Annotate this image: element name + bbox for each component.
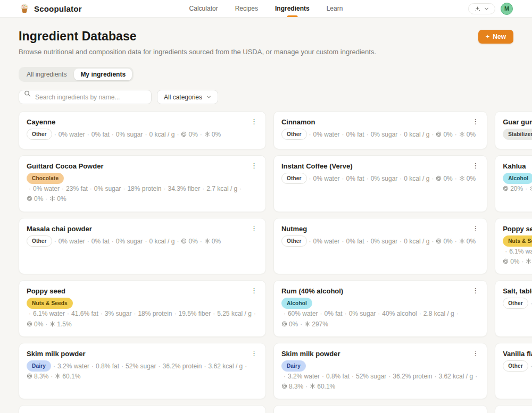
category-badge: Other — [281, 173, 307, 184]
ingredient-name: Rum (40% alcohol) — [281, 287, 479, 295]
ingredient-name: Masala chai powder — [27, 225, 258, 233]
category-badge: Stabilizer — [503, 129, 532, 140]
avatar[interactable]: M — [501, 3, 513, 15]
theme-icon — [475, 6, 480, 12]
ingredient-stats: Other·0.4% water·0% fat·0% sugar·0 kcal … — [503, 298, 532, 309]
brand[interactable]: Scoopulator — [19, 3, 82, 14]
category-badge: Other — [281, 235, 307, 247]
kebab-menu-icon[interactable]: ⋮ — [248, 117, 260, 126]
snowflake-fpd-icon — [304, 320, 310, 330]
ingredient-stats: Dairy·3.2% water·0.8% fat·52% sugar·36.2… — [281, 360, 479, 393]
ingredient-card[interactable]: Kahlua ⋮ Alcohol·40% water·0% fat·40% su… — [495, 155, 532, 212]
snowflake-fpd-icon — [459, 130, 465, 140]
ingredient-card[interactable]: Guittard Cocoa Powder ⋮ Chocolate·0% wat… — [19, 155, 266, 212]
sweetness-pod-icon — [436, 174, 442, 184]
ingredient-stats: Chocolate·0% water·23% fat·0% sugar·18% … — [27, 173, 258, 205]
ingredient-card[interactable]: Salt, table, iodized ⋮ Other·0.4% water·… — [495, 280, 532, 337]
sweetness-pod-icon — [436, 130, 442, 140]
kebab-menu-icon[interactable]: ⋮ — [248, 411, 260, 413]
ingredient-name: Nutmeg — [281, 225, 479, 233]
ingredient-card[interactable]: Vanilla flavor ⋮ Other·100% water·0% fat… — [19, 405, 266, 413]
sweetness-pod-icon — [503, 257, 509, 267]
snowflake-fpd-icon — [204, 130, 210, 140]
nav-item-recipes[interactable]: Recipes — [229, 0, 264, 17]
ingredient-stats: Nuts & Seeds·6.1% water·41.6% fat·3% sug… — [503, 235, 532, 268]
cupcake-logo-icon — [19, 3, 30, 14]
kebab-menu-icon[interactable]: ⋮ — [469, 286, 481, 295]
ingredient-card[interactable]: Skim milk powder ⋮ Dairy·3.2% water·0.8%… — [19, 343, 266, 400]
category-badge: Nuts & Seeds — [503, 235, 532, 247]
ingredient-card[interactable]: Skim milk powder ⋮ Dairy·3.2% water·0.8%… — [273, 343, 487, 400]
kebab-menu-icon[interactable]: ⋮ — [469, 411, 481, 413]
theme-toggle[interactable] — [468, 3, 495, 14]
snowflake-fpd-icon — [526, 257, 531, 267]
ingredient-stats: Stabilizer·0% water·0% fat·0% sugar·0 kc… — [503, 129, 532, 140]
ingredient-card[interactable]: Guar gum ⋮ Stabilizer·0% water·0% fat·0%… — [495, 111, 532, 149]
nav-item-learn[interactable]: Learn — [320, 0, 350, 17]
ingredient-card[interactable]: Instant Coffee (Verve) ⋮ Other·0% water·… — [273, 155, 487, 212]
chevron-down-icon — [206, 95, 211, 99]
kebab-menu-icon[interactable]: ⋮ — [469, 161, 481, 170]
ingredient-card[interactable]: Vanilla flavor ⋮ Other·100% water·0% fat… — [495, 343, 532, 400]
sweetness-pod-icon — [181, 237, 187, 247]
tab-my-ingredients[interactable]: My ingredients — [74, 69, 132, 80]
kebab-menu-icon[interactable]: ⋮ — [248, 286, 260, 295]
snowflake-fpd-icon — [49, 320, 55, 330]
search-input[interactable] — [19, 90, 152, 104]
kebab-menu-icon[interactable]: ⋮ — [248, 224, 260, 233]
main-nav: CalculatorRecipesIngredientsLearn — [183, 0, 350, 17]
ingredient-name: Guittard Cocoa Powder — [27, 162, 258, 170]
nav-item-ingredients[interactable]: Ingredients — [269, 0, 316, 17]
sweetness-pod-icon — [27, 372, 32, 382]
ingredient-card[interactable]: Nutmeg ⋮ Other·0% water·0% fat·0% sugar·… — [273, 218, 487, 275]
sweetness-pod-icon — [436, 237, 442, 247]
ingredient-card[interactable]: Cinnamon ⋮ Other·0% water·0% fat·0% suga… — [273, 111, 487, 149]
ingredient-name: Guar gum — [503, 118, 532, 126]
category-badge: Alcohol — [281, 298, 312, 309]
sweetness-pod-icon — [503, 184, 509, 195]
page-title: Ingredient Database — [19, 29, 137, 44]
ingredient-stats: Other·100% water·0% fat·0% sugar·0 kcal … — [503, 360, 532, 372]
ingredient-name: Skim milk powder — [27, 350, 258, 358]
plus-icon: + — [486, 33, 490, 40]
sweetness-pod-icon — [27, 320, 32, 330]
ingredient-name: Instant Coffee (Verve) — [281, 162, 479, 170]
snowflake-fpd-icon — [459, 237, 465, 247]
ingredient-card[interactable]: Poppy seed ⋮ Nuts & Seeds·6.1% water·41.… — [19, 280, 266, 337]
ingredient-stats: Nuts & Seeds·6.1% water·41.6% fat·3% sug… — [27, 298, 258, 330]
new-ingredient-button[interactable]: + New — [478, 30, 513, 44]
snowflake-fpd-icon — [204, 237, 210, 247]
category-filter[interactable]: All categories — [157, 90, 218, 104]
ingredient-stats: Dairy·3.2% water·0.8% fat·52% sugar·36.2… — [27, 360, 258, 382]
ingredient-stats: Other·0% water·0% fat·0% sugar·0 kcal / … — [281, 129, 479, 140]
ingredient-card[interactable]: Vodka (40% ABV) ⋮ Alcohol·60% water·0% f… — [273, 405, 487, 413]
snowflake-fpd-icon — [310, 382, 315, 392]
kebab-menu-icon[interactable]: ⋮ — [248, 161, 260, 170]
kebab-menu-icon[interactable]: ⋮ — [248, 349, 260, 358]
category-badge: Alcohol — [503, 173, 532, 184]
nav-item-calculator[interactable]: Calculator — [183, 0, 225, 17]
ingredient-card[interactable]: Whole milk ⋮ Dairy·88.1% water·3.2% fat·… — [495, 405, 532, 413]
ingredient-card[interactable]: Cayenne ⋮ Other·0% water·0% fat·0% sugar… — [19, 111, 266, 149]
kebab-menu-icon[interactable]: ⋮ — [469, 224, 481, 233]
ingredient-name: Cinnamon — [281, 118, 479, 126]
category-badge: Other — [503, 298, 528, 309]
category-badge: Nuts & Seeds — [27, 298, 73, 309]
ingredient-card[interactable]: Masala chai powder ⋮ Other·0% water·0% f… — [19, 218, 266, 275]
kebab-menu-icon[interactable]: ⋮ — [469, 349, 481, 358]
ingredient-name: Poppy seed — [27, 287, 258, 295]
sweetness-pod-icon — [281, 382, 287, 392]
ingredient-name: Cayenne — [27, 118, 258, 126]
category-badge: Other — [27, 129, 52, 140]
ingredient-card[interactable]: Rum (40% alcohol) ⋮ Alcohol·60% water·0%… — [273, 280, 487, 337]
sweetness-pod-icon — [27, 195, 32, 205]
category-badge: Dairy — [281, 360, 306, 372]
category-filter-label: All categories — [164, 94, 202, 101]
ingredient-card[interactable]: Poppy seed ⋮ Nuts & Seeds·6.1% water·41.… — [495, 218, 532, 275]
kebab-menu-icon[interactable]: ⋮ — [469, 117, 481, 126]
ingredient-stats: Alcohol·60% water·0% fat·0% sugar·40% al… — [281, 298, 479, 330]
sweetness-pod-icon — [181, 130, 187, 140]
tab-all-ingredients[interactable]: All ingredients — [20, 69, 73, 80]
ingredient-name: Skim milk powder — [281, 350, 479, 358]
snowflake-fpd-icon — [529, 184, 532, 195]
